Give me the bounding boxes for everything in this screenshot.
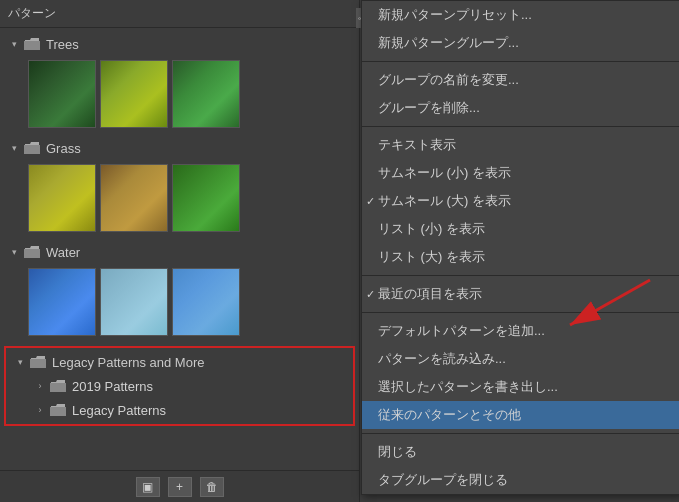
- menu-item-list-small[interactable]: リスト (小) を表示: [362, 215, 679, 243]
- panel-title-text: パターン: [8, 5, 56, 22]
- check-thumb-large: ✓: [366, 195, 375, 208]
- menu-item-thumb-small[interactable]: サムネール (小) を表示: [362, 159, 679, 187]
- menu-item-list-large-label: リスト (大) を表示: [378, 248, 485, 266]
- menu-item-show-recent[interactable]: ✓ 最近の項目を表示: [362, 280, 679, 308]
- menu-item-list-small-label: リスト (小) を表示: [378, 220, 485, 238]
- context-menu: 新規パターンプリセット... 新規パターングループ... グループの名前を変更.…: [361, 0, 679, 495]
- grass-thumb-grid: [0, 160, 359, 240]
- separator-3: [362, 275, 679, 276]
- group-grass-header[interactable]: ▾ Grass: [0, 136, 359, 160]
- chevron-legacy-icon: ▾: [14, 356, 26, 368]
- menu-item-text-view[interactable]: テキスト表示: [362, 131, 679, 159]
- tree-thumb-3[interactable]: [172, 60, 240, 128]
- menu-item-rename-group[interactable]: グループの名前を変更...: [362, 66, 679, 94]
- menu-item-legacy-label: 従来のパターンとその他: [378, 406, 521, 424]
- chevron-water-icon: ▾: [8, 246, 20, 258]
- trees-thumb-grid: [0, 56, 359, 136]
- folder-legacy-sub-icon: [50, 403, 66, 417]
- menu-item-text-view-label: テキスト表示: [378, 136, 456, 154]
- menu-item-legacy-patterns[interactable]: 従来のパターンとその他: [362, 401, 679, 429]
- menu-item-show-recent-label: 最近の項目を表示: [378, 285, 482, 303]
- group-trees-label: Trees: [46, 37, 79, 52]
- panel-toolbar: ▣ + 🗑: [0, 470, 359, 502]
- menu-item-new-group-label: 新規パターングループ...: [378, 34, 519, 52]
- patterns-panel: パターン ▾ Trees ▾: [0, 0, 360, 502]
- menu-item-close-tab-group-label: タブグループを閉じる: [378, 471, 508, 489]
- group-trees-header[interactable]: ▾ Trees: [0, 32, 359, 56]
- menu-item-new-group[interactable]: 新規パターングループ...: [362, 29, 679, 57]
- menu-item-add-default-label: デフォルトパターンを追加...: [378, 322, 545, 340]
- sub-item-legacy-label: Legacy Patterns: [72, 403, 166, 418]
- group-legacy-header[interactable]: ▾ Legacy Patterns and More: [6, 350, 353, 374]
- water-thumb-1[interactable]: [28, 268, 96, 336]
- menu-item-list-large[interactable]: リスト (大) を表示: [362, 243, 679, 271]
- legacy-patterns-section: ▾ Legacy Patterns and More › 2: [4, 346, 355, 426]
- folder-trees-icon: [24, 37, 40, 51]
- delete-pattern-button[interactable]: 🗑: [200, 477, 224, 497]
- water-thumb-grid: [0, 264, 359, 344]
- menu-item-thumb-large[interactable]: ✓ サムネール (大) を表示: [362, 187, 679, 215]
- sub-item-2019-label: 2019 Patterns: [72, 379, 153, 394]
- new-group-button[interactable]: ▣: [136, 477, 160, 497]
- menu-item-export-selected[interactable]: 選択したパターンを書き出し...: [362, 373, 679, 401]
- chevron-legacy-sub-icon: ›: [34, 404, 46, 416]
- menu-item-close-label: 閉じる: [378, 443, 417, 461]
- menu-item-export-selected-label: 選択したパターンを書き出し...: [378, 378, 558, 396]
- menu-item-close[interactable]: 閉じる: [362, 438, 679, 466]
- separator-5: [362, 433, 679, 434]
- grass-thumb-1[interactable]: [28, 164, 96, 232]
- water-thumb-2[interactable]: [100, 268, 168, 336]
- folder-water-icon: [24, 245, 40, 259]
- tree-thumb-2[interactable]: [100, 60, 168, 128]
- separator-4: [362, 312, 679, 313]
- menu-item-load-pattern-label: パターンを読み込み...: [378, 350, 506, 368]
- folder-grass-icon: [24, 141, 40, 155]
- group-water-header[interactable]: ▾ Water: [0, 240, 359, 264]
- chevron-grass-icon: ▾: [8, 142, 20, 154]
- group-grass-label: Grass: [46, 141, 81, 156]
- menu-item-thumb-large-label: サムネール (大) を表示: [378, 192, 511, 210]
- menu-item-rename-group-label: グループの名前を変更...: [378, 71, 519, 89]
- tree-thumb-1[interactable]: [28, 60, 96, 128]
- menu-item-delete-group[interactable]: グループを削除...: [362, 94, 679, 122]
- grass-thumb-3[interactable]: [172, 164, 240, 232]
- menu-item-new-preset[interactable]: 新規パターンプリセット...: [362, 1, 679, 29]
- group-water-label: Water: [46, 245, 80, 260]
- menu-item-delete-group-label: グループを削除...: [378, 99, 480, 117]
- panel-content: ▾ Trees ▾ Grass: [0, 28, 359, 470]
- separator-1: [362, 61, 679, 62]
- water-thumb-3[interactable]: [172, 268, 240, 336]
- sub-item-2019[interactable]: › 2019 Patterns: [6, 374, 353, 398]
- menu-item-close-tab-group[interactable]: タブグループを閉じる: [362, 466, 679, 494]
- menu-item-load-pattern[interactable]: パターンを読み込み...: [362, 345, 679, 373]
- menu-item-thumb-small-label: サムネール (小) を表示: [378, 164, 511, 182]
- separator-2: [362, 126, 679, 127]
- add-pattern-button[interactable]: +: [168, 477, 192, 497]
- chevron-trees-icon: ▾: [8, 38, 20, 50]
- sub-item-legacy-patterns[interactable]: › Legacy Patterns: [6, 398, 353, 422]
- menu-item-add-default[interactable]: デフォルトパターンを追加...: [362, 317, 679, 345]
- group-legacy-label: Legacy Patterns and More: [52, 355, 204, 370]
- folder-2019-icon: [50, 379, 66, 393]
- panel-title: パターン: [0, 0, 359, 28]
- menu-item-new-preset-label: 新規パターンプリセット...: [378, 6, 532, 24]
- grass-thumb-2[interactable]: [100, 164, 168, 232]
- chevron-2019-icon: ›: [34, 380, 46, 392]
- check-show-recent: ✓: [366, 288, 375, 301]
- folder-legacy-icon: [30, 355, 46, 369]
